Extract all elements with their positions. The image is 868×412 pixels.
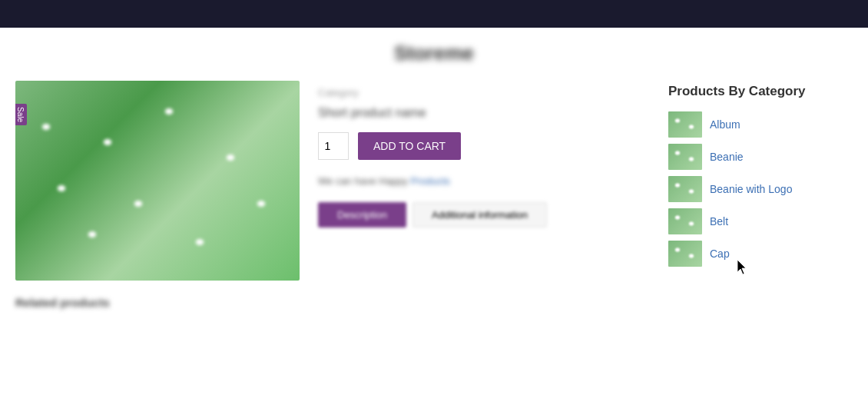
category-thumb-belt [668, 208, 702, 234]
product-title: Short product name [318, 106, 653, 120]
add-to-cart-button[interactable]: ADD TO CART [358, 132, 461, 160]
product-area: Sale Category Short product name ADD TO … [15, 81, 653, 281]
product-tags: We can have Happy Products [318, 175, 653, 187]
list-item: Album [668, 111, 853, 138]
related-products-title: Related products [0, 288, 868, 309]
product-category: Category [318, 87, 653, 98]
category-thumb-album [668, 111, 702, 138]
category-list: Album Beanie Beanie with Logo Belt Cap [668, 111, 853, 267]
tab-description[interactable]: Description [318, 202, 406, 228]
sidebar-section-title: Products By Category [668, 84, 853, 99]
product-tags-link[interactable]: Products [410, 175, 449, 187]
category-thumb-cap [668, 241, 702, 267]
list-item: Belt [668, 208, 853, 234]
category-thumb-beanie [668, 144, 702, 170]
product-details: Category Short product name ADD TO CART … [318, 81, 653, 281]
category-link-belt[interactable]: Belt [710, 215, 728, 228]
product-tabs: Description Additional information [318, 202, 653, 228]
quantity-input[interactable] [318, 132, 349, 160]
category-link-beanie[interactable]: Beanie [710, 151, 744, 163]
product-actions: ADD TO CART [318, 132, 653, 160]
product-image: Sale [15, 81, 300, 281]
category-link-cap[interactable]: Cap [710, 248, 730, 260]
site-title: Storeme [394, 42, 474, 65]
top-navigation [0, 0, 868, 28]
tab-additional-info[interactable]: Additional information [412, 202, 547, 228]
category-link-album[interactable]: Album [710, 118, 740, 131]
list-item: Beanie with Logo [668, 176, 853, 202]
list-item: Cap [668, 241, 853, 267]
list-item: Beanie [668, 144, 853, 170]
products-by-category-sidebar: Products By Category Album Beanie Beanie… [668, 81, 853, 281]
sale-badge: Sale [15, 104, 27, 125]
main-layout: Sale Category Short product name ADD TO … [0, 73, 868, 288]
category-thumb-beanie-logo [668, 176, 702, 202]
site-header: Storeme [0, 28, 868, 73]
category-link-beanie-with-logo[interactable]: Beanie with Logo [710, 183, 792, 195]
